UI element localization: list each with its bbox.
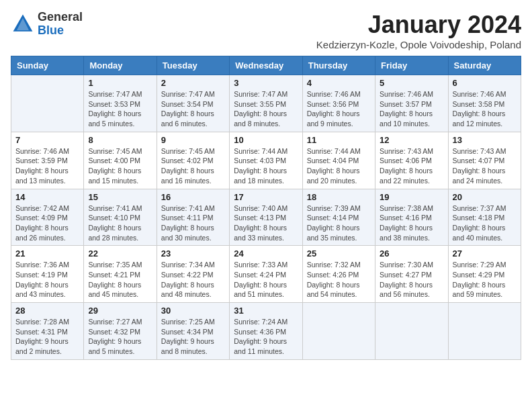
calendar-cell: 10Sunrise: 7:44 AM Sunset: 4:03 PM Dayli… [230, 132, 302, 189]
calendar-cell: 17Sunrise: 7:40 AM Sunset: 4:13 PM Dayli… [230, 189, 302, 246]
day-number: 11 [307, 135, 371, 145]
header-cell-friday: Friday [375, 56, 448, 75]
day-info: Sunrise: 7:25 AM Sunset: 4:34 PM Dayligh… [161, 317, 225, 357]
day-number: 20 [453, 192, 517, 202]
calendar-cell: 3Sunrise: 7:47 AM Sunset: 3:55 PM Daylig… [230, 75, 302, 132]
day-info: Sunrise: 7:44 AM Sunset: 4:03 PM Dayligh… [234, 146, 298, 186]
day-info: Sunrise: 7:46 AM Sunset: 3:59 PM Dayligh… [15, 146, 79, 186]
calendar-cell: 19Sunrise: 7:38 AM Sunset: 4:16 PM Dayli… [375, 189, 448, 246]
day-info: Sunrise: 7:24 AM Sunset: 4:36 PM Dayligh… [234, 317, 298, 357]
day-number: 17 [234, 192, 298, 202]
week-row-4: 28Sunrise: 7:28 AM Sunset: 4:31 PM Dayli… [11, 303, 521, 360]
calendar-title: January 2024 [316, 11, 521, 39]
header-cell-sunday: Sunday [11, 56, 84, 75]
day-info: Sunrise: 7:41 AM Sunset: 4:11 PM Dayligh… [161, 203, 225, 243]
calendar-cell: 12Sunrise: 7:43 AM Sunset: 4:06 PM Dayli… [375, 132, 448, 189]
calendar-cell: 20Sunrise: 7:37 AM Sunset: 4:18 PM Dayli… [448, 189, 521, 246]
calendar-cell: 14Sunrise: 7:42 AM Sunset: 4:09 PM Dayli… [11, 189, 84, 246]
day-info: Sunrise: 7:47 AM Sunset: 3:53 PM Dayligh… [88, 89, 152, 129]
day-number: 8 [88, 135, 152, 145]
day-number: 31 [234, 306, 298, 316]
day-number: 30 [161, 306, 225, 316]
day-number: 2 [161, 78, 225, 88]
day-number: 22 [88, 248, 152, 259]
calendar-cell: 13Sunrise: 7:43 AM Sunset: 4:07 PM Dayli… [448, 132, 521, 189]
day-number: 15 [88, 192, 152, 202]
day-info: Sunrise: 7:45 AM Sunset: 4:02 PM Dayligh… [161, 146, 225, 186]
calendar-cell: 18Sunrise: 7:39 AM Sunset: 4:14 PM Dayli… [302, 189, 375, 246]
header-cell-monday: Monday [84, 56, 157, 75]
day-info: Sunrise: 7:43 AM Sunset: 4:06 PM Dayligh… [380, 146, 443, 186]
calendar-cell: 11Sunrise: 7:44 AM Sunset: 4:04 PM Dayli… [302, 132, 375, 189]
logo-text: General Blue [38, 11, 83, 38]
calendar-cell: 22Sunrise: 7:35 AM Sunset: 4:21 PM Dayli… [84, 246, 157, 303]
day-info: Sunrise: 7:38 AM Sunset: 4:16 PM Dayligh… [380, 203, 443, 243]
calendar-cell: 2Sunrise: 7:47 AM Sunset: 3:54 PM Daylig… [157, 75, 229, 132]
header-row: SundayMondayTuesdayWednesdayThursdayFrid… [11, 56, 521, 75]
day-number: 28 [15, 306, 79, 316]
calendar-cell [448, 303, 521, 360]
day-info: Sunrise: 7:34 AM Sunset: 4:22 PM Dayligh… [161, 260, 225, 300]
day-number: 26 [380, 248, 443, 259]
day-info: Sunrise: 7:32 AM Sunset: 4:26 PM Dayligh… [307, 260, 371, 300]
day-info: Sunrise: 7:45 AM Sunset: 4:00 PM Dayligh… [88, 146, 152, 186]
day-number: 10 [234, 135, 298, 145]
calendar-cell: 24Sunrise: 7:33 AM Sunset: 4:24 PM Dayli… [230, 246, 302, 303]
day-number: 9 [161, 135, 225, 145]
calendar-cell: 1Sunrise: 7:47 AM Sunset: 3:53 PM Daylig… [84, 75, 157, 132]
calendar-subtitle: Kedzierzyn-Kozle, Opole Voivodeship, Pol… [316, 39, 521, 50]
day-info: Sunrise: 7:37 AM Sunset: 4:18 PM Dayligh… [453, 203, 517, 243]
calendar-cell [375, 303, 448, 360]
day-info: Sunrise: 7:35 AM Sunset: 4:21 PM Dayligh… [88, 260, 152, 300]
page-header: General Blue January 2024 Kedzierzyn-Koz… [11, 11, 521, 50]
calendar-cell: 15Sunrise: 7:41 AM Sunset: 4:10 PM Dayli… [84, 189, 157, 246]
day-info: Sunrise: 7:40 AM Sunset: 4:13 PM Dayligh… [234, 203, 298, 243]
day-number: 25 [307, 248, 371, 259]
header-cell-tuesday: Tuesday [157, 56, 229, 75]
day-info: Sunrise: 7:46 AM Sunset: 3:56 PM Dayligh… [307, 89, 371, 129]
week-row-2: 14Sunrise: 7:42 AM Sunset: 4:09 PM Dayli… [11, 189, 521, 246]
calendar-cell: 6Sunrise: 7:46 AM Sunset: 3:58 PM Daylig… [448, 75, 521, 132]
day-info: Sunrise: 7:47 AM Sunset: 3:54 PM Dayligh… [161, 89, 225, 129]
calendar-cell: 5Sunrise: 7:46 AM Sunset: 3:57 PM Daylig… [375, 75, 448, 132]
day-info: Sunrise: 7:43 AM Sunset: 4:07 PM Dayligh… [453, 146, 517, 186]
week-row-3: 21Sunrise: 7:36 AM Sunset: 4:19 PM Dayli… [11, 246, 521, 303]
calendar-cell [302, 303, 375, 360]
day-number: 1 [88, 78, 152, 88]
day-number: 19 [380, 192, 443, 202]
day-info: Sunrise: 7:41 AM Sunset: 4:10 PM Dayligh… [88, 203, 152, 243]
calendar-cell: 26Sunrise: 7:30 AM Sunset: 4:27 PM Dayli… [375, 246, 448, 303]
day-number: 14 [15, 192, 79, 202]
day-number: 23 [161, 248, 225, 259]
calendar-cell: 30Sunrise: 7:25 AM Sunset: 4:34 PM Dayli… [157, 303, 229, 360]
day-info: Sunrise: 7:46 AM Sunset: 3:58 PM Dayligh… [453, 89, 517, 129]
week-row-1: 7Sunrise: 7:46 AM Sunset: 3:59 PM Daylig… [11, 132, 521, 189]
day-info: Sunrise: 7:33 AM Sunset: 4:24 PM Dayligh… [234, 260, 298, 300]
day-number: 5 [380, 78, 443, 88]
calendar-cell: 28Sunrise: 7:28 AM Sunset: 4:31 PM Dayli… [11, 303, 84, 360]
calendar-cell: 21Sunrise: 7:36 AM Sunset: 4:19 PM Dayli… [11, 246, 84, 303]
day-info: Sunrise: 7:46 AM Sunset: 3:57 PM Dayligh… [380, 89, 443, 129]
day-info: Sunrise: 7:39 AM Sunset: 4:14 PM Dayligh… [307, 203, 371, 243]
header-cell-wednesday: Wednesday [230, 56, 302, 75]
day-info: Sunrise: 7:44 AM Sunset: 4:04 PM Dayligh… [307, 146, 371, 186]
header-cell-saturday: Saturday [448, 56, 521, 75]
calendar-table: SundayMondayTuesdayWednesdayThursdayFrid… [11, 56, 521, 360]
day-info: Sunrise: 7:47 AM Sunset: 3:55 PM Dayligh… [234, 89, 298, 129]
day-number: 18 [307, 192, 371, 202]
calendar-cell: 23Sunrise: 7:34 AM Sunset: 4:22 PM Dayli… [157, 246, 229, 303]
calendar-cell: 7Sunrise: 7:46 AM Sunset: 3:59 PM Daylig… [11, 132, 84, 189]
day-info: Sunrise: 7:28 AM Sunset: 4:31 PM Dayligh… [15, 317, 79, 357]
day-number: 3 [234, 78, 298, 88]
logo: General Blue [11, 11, 83, 38]
day-info: Sunrise: 7:27 AM Sunset: 4:32 PM Dayligh… [88, 317, 152, 357]
day-number: 4 [307, 78, 371, 88]
logo-general: General [38, 10, 83, 24]
day-number: 13 [453, 135, 517, 145]
calendar-header: SundayMondayTuesdayWednesdayThursdayFrid… [11, 56, 521, 75]
calendar-cell [11, 75, 84, 132]
day-number: 7 [15, 135, 79, 145]
title-section: January 2024 Kedzierzyn-Kozle, Opole Voi… [316, 11, 521, 50]
calendar-body: 1Sunrise: 7:47 AM Sunset: 3:53 PM Daylig… [11, 75, 521, 360]
week-row-0: 1Sunrise: 7:47 AM Sunset: 3:53 PM Daylig… [11, 75, 521, 132]
